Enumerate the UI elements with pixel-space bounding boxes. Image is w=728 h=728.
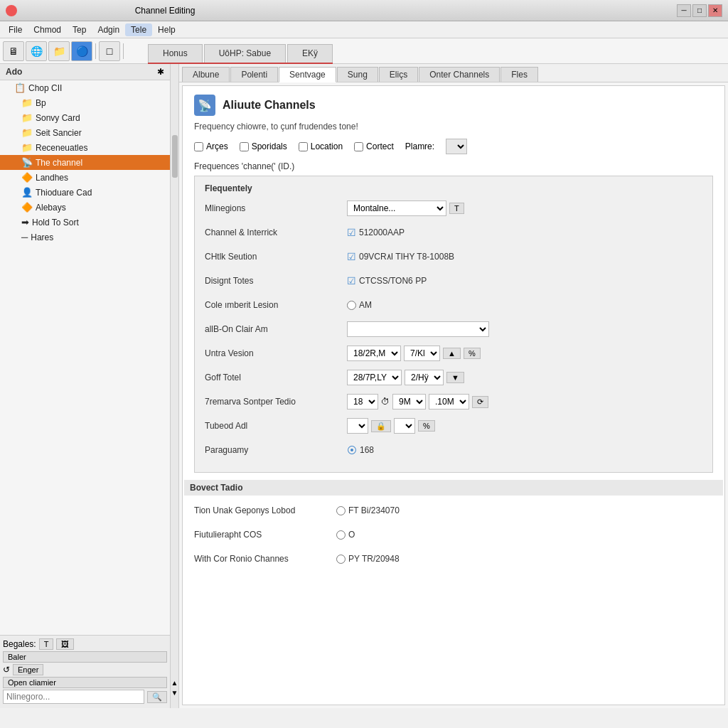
menu-tep[interactable]: Tep	[67, 23, 92, 36]
close-button[interactable]: ✕	[708, 4, 722, 17]
checkbox-sporidals[interactable]: Sporidals	[240, 141, 287, 151]
panel-header: 📡 Aliuute Channels	[194, 95, 713, 116]
open-button[interactable]: Open cliamier	[3, 677, 167, 688]
sidebar-item-hares[interactable]: ─ Hares	[0, 230, 170, 245]
toolbar-btn-0[interactable]: 🖥	[3, 41, 24, 61]
toolbar-btn-3[interactable]: 🔵	[71, 41, 92, 61]
sidebar-item-thio[interactable]: 👤 Thioduare Cad	[0, 185, 170, 200]
btn-mlinegions[interactable]: T	[449, 203, 464, 214]
form-row-chtlk: CHtlk Seution ☑ 09VCR۸I TIHY T8-1008B	[205, 247, 702, 266]
sidebar-item-alebays[interactable]: 🔶 Alebays	[0, 200, 170, 215]
text-disignt: CTCSS/TON6 PP	[359, 276, 427, 286]
value-mlinegions: Montalne... T	[347, 200, 464, 216]
label-para: Paraguamy	[205, 445, 347, 455]
checkbox-sporidals-input[interactable]	[240, 142, 249, 151]
search-row[interactable]: 🔍	[3, 690, 167, 704]
menu-adgin[interactable]: Adgin	[92, 23, 125, 36]
tab-sentvage[interactable]: Sentvage	[279, 67, 336, 82]
plamre-select[interactable]	[446, 139, 467, 154]
toolbar-btn-1[interactable]: 🌐	[26, 41, 47, 61]
tab-polenti[interactable]: Polenti	[230, 67, 278, 82]
toolbar: 🖥 🌐 📁 🔵 □ Honus UôHP: Sabue EKÿ	[0, 38, 728, 64]
checkbox-location[interactable]: Location	[299, 141, 343, 151]
baler-button[interactable]: Baler	[3, 651, 167, 663]
sidebar-item-hold[interactable]: ➡ Hold To Sort	[0, 215, 170, 230]
btn-goff[interactable]: ▼	[446, 372, 464, 383]
sidebar-pin-icon[interactable]: ✱	[157, 67, 164, 77]
menu-file[interactable]: File	[3, 23, 28, 36]
form-row-cole: Cole ımberit Lesion AM	[205, 296, 702, 314]
menu-tele[interactable]: Tele	[125, 23, 152, 36]
btn-tubeod-lock[interactable]: 🔒	[371, 420, 391, 432]
begales-btn-t[interactable]: T	[39, 638, 54, 650]
tab-onter[interactable]: Onter Channels	[419, 67, 500, 82]
sidebar-title: Ado	[6, 67, 22, 77]
tab-fles[interactable]: Fles	[500, 67, 538, 82]
select-7rem-1[interactable]: 18	[347, 394, 378, 410]
select-7rem-3[interactable]: .10M	[429, 394, 469, 410]
top-tab-honus[interactable]: Honus	[148, 44, 203, 63]
sidebar-item-chop[interactable]: 📋 Chop CII	[0, 80, 170, 95]
tab-albune[interactable]: Albune	[182, 67, 230, 82]
sidebar-scrollbar[interactable]: ▲ ▼	[171, 64, 179, 708]
value-goff: 28/7P,LY 2/Hÿ ▼	[347, 370, 464, 385]
sidebar-item-recen[interactable]: 📁 Receneuatles	[0, 140, 170, 155]
top-tab-ughp[interactable]: UôHP: Sabue	[204, 44, 286, 63]
select-7rem-2[interactable]: 9M	[392, 394, 426, 410]
label-mlinegions: Mlinegions	[205, 203, 347, 213]
sidebar-item-landhes[interactable]: 🔶 Landhes	[0, 170, 170, 185]
maximize-button[interactable]: □	[692, 4, 707, 17]
text-adv-0: FT Bi/234070	[348, 505, 400, 515]
scroll-arrow-up[interactable]: ▲	[171, 679, 178, 687]
radio-disignt: ☑	[347, 275, 356, 287]
tab-elics[interactable]: Eliçs	[379, 67, 418, 82]
search-button[interactable]: 🔍	[147, 691, 167, 703]
select-untra-2[interactable]: 7/Kl	[404, 346, 440, 361]
select-goff-2[interactable]: 2/Hÿ	[405, 370, 444, 385]
value-para: ⦿ 168	[347, 444, 374, 456]
btn-untra-up[interactable]: ▲	[443, 348, 461, 359]
panel-title: Aliuute Channels	[223, 99, 316, 112]
form-row-adv-2: With Cor Ronio Channes PY TR/20948	[194, 550, 713, 568]
radio-adv-1[interactable]	[336, 530, 346, 540]
select-allb[interactable]	[347, 321, 489, 337]
enger-button[interactable]: Enger	[13, 664, 43, 675]
search-input[interactable]	[3, 690, 144, 704]
label-cole: Cole ımberit Lesion	[205, 300, 347, 310]
channel-panel: 📡 Aliuute Channels Frequency chiowre, to…	[182, 85, 725, 705]
checkbox-arces[interactable]: Arçes	[194, 141, 228, 151]
sidebar-item-bp[interactable]: 📁 Bp	[0, 95, 170, 110]
select-tubeod-1[interactable]	[347, 418, 368, 434]
checkbox-cortect-input[interactable]	[354, 142, 363, 151]
toolbar-btn-2[interactable]: 📁	[48, 41, 70, 61]
checkbox-arces-input[interactable]	[194, 142, 203, 151]
btn-7rem[interactable]: ⟳	[472, 396, 488, 408]
dash-icon: ─	[21, 232, 28, 242]
btn-untra-pct[interactable]: %	[464, 348, 481, 359]
radio-adv-2[interactable]	[336, 555, 346, 564]
menu-chmod[interactable]: Chmod	[28, 23, 67, 36]
menu-help[interactable]: Help	[152, 23, 181, 36]
begales-btn-img[interactable]: 🖼	[56, 638, 74, 650]
sidebar-item-channel[interactable]: 📡 The channel	[0, 155, 170, 170]
value-adv-1: O	[336, 530, 355, 540]
checkbox-location-input[interactable]	[299, 142, 308, 151]
sidebar-item-sonvy[interactable]: 📁 Sonvy Card	[0, 110, 170, 125]
btn-tubeod-pct[interactable]: %	[418, 420, 435, 432]
scroll-arrow-down[interactable]: ▼	[171, 689, 178, 697]
value-tubeod: 🔒 %	[347, 418, 435, 434]
sidebar-item-seit[interactable]: 📁 Seit Sancier	[0, 125, 170, 140]
select-mlinegions[interactable]: Montalne...	[347, 200, 446, 216]
radio-cole-input[interactable]	[347, 301, 356, 310]
radio-adv-0[interactable]	[336, 506, 346, 515]
top-tab-eky[interactable]: EKÿ	[287, 44, 333, 63]
select-untra-1[interactable]: 18/2R,M	[347, 346, 401, 361]
checkbox-cortect[interactable]: Cortect	[354, 141, 394, 151]
text-adv-2: PY TR/20948	[348, 554, 400, 564]
select-tubeod-2[interactable]	[394, 418, 415, 434]
value-adv-0: FT Bi/234070	[336, 505, 400, 515]
tab-sung[interactable]: Sung	[337, 67, 378, 82]
select-goff-1[interactable]: 28/7P,LY	[347, 370, 402, 385]
toolbar-btn-4[interactable]: □	[99, 41, 120, 61]
minimize-button[interactable]: ─	[677, 4, 691, 17]
